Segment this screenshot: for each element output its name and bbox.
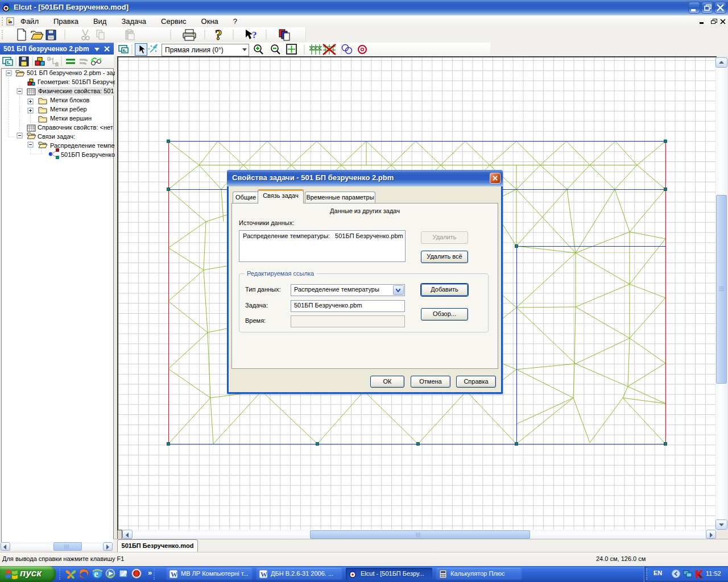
svg-text:»: » bbox=[148, 568, 152, 577]
svg-text:W: W bbox=[171, 571, 177, 579]
svg-text:?: ? bbox=[215, 28, 222, 41]
svg-text:?: ? bbox=[252, 30, 257, 40]
svg-text:W: W bbox=[260, 571, 267, 579]
